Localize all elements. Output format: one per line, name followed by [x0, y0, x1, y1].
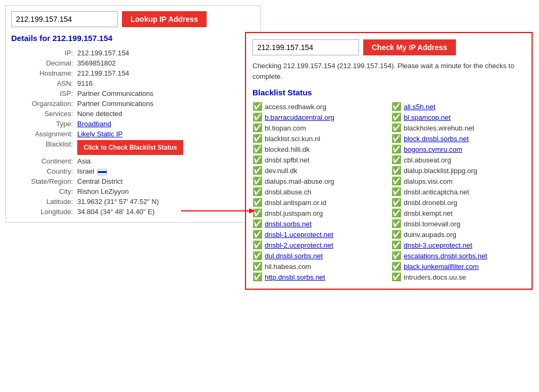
- table-row: Assignment: Likely Static IP: [11, 129, 255, 139]
- bl-item-text: dialups.visi.com: [404, 177, 453, 185]
- bl-item-text: access.redhawk.org: [265, 103, 326, 111]
- bl-item-link[interactable]: dnsbl-2.uceprotect.net: [265, 241, 333, 249]
- blacklist-cell: Click to Check Blacklist Status: [75, 139, 255, 156]
- bl-item-link[interactable]: dnsbl.sorbs.net: [265, 220, 312, 228]
- bl-item-text: blackholes.wirehub.net: [404, 124, 474, 132]
- list-item: ✅ bl.tiopan.com: [252, 123, 386, 133]
- field-label: Continent:: [11, 156, 75, 166]
- arrow: [181, 205, 250, 213]
- table-row: Decimal: 3569851802: [11, 58, 255, 68]
- ip-input-right[interactable]: [252, 39, 359, 55]
- bl-item-text: dnsbl.justspam.org: [265, 209, 323, 217]
- ip-input-left[interactable]: [11, 11, 118, 27]
- table-row: Services: None detected: [11, 109, 255, 119]
- bl-item-link[interactable]: dnsbl-3.uceprotect.net: [404, 241, 472, 249]
- list-item: ✅ dul.dnsbl.sorbs.net: [252, 250, 386, 261]
- list-item: ✅ dnsbl-3.uceprotect.net: [391, 240, 525, 250]
- list-item: ✅ all.s5h.net: [391, 101, 525, 112]
- check-icon: ✅: [391, 251, 402, 260]
- list-item: ✅ dnsbl.dronebl.org: [391, 197, 525, 208]
- field-value: Broadband: [75, 119, 255, 129]
- bl-item-link[interactable]: b.barracudacentral.org: [265, 113, 334, 121]
- field-label: ISP:: [11, 88, 75, 99]
- bl-item-text: dialups.mail-abuse.org: [265, 177, 334, 185]
- bl-item-text: dnsbl.tornevall.org: [404, 220, 460, 228]
- check-icon: ✅: [252, 176, 263, 186]
- list-item: ✅ dnsbl.spfbl.net: [252, 154, 386, 165]
- bl-item-text: blacklist.sci.kun.nl: [265, 135, 320, 143]
- bl-item-link[interactable]: all.s5h.net: [404, 103, 435, 111]
- check-icon: ✅: [391, 155, 402, 165]
- table-row: Continent: Asia: [11, 156, 255, 166]
- bl-item-text: dnsbl.kempt.net: [404, 209, 453, 217]
- table-row: Country: Israel: [11, 166, 255, 176]
- bl-item-text: dev.null.dk: [265, 167, 297, 175]
- bl-item-link[interactable]: escalations.dnsbl.sorbs.net: [404, 252, 487, 260]
- table-row: IP: 212.199.157.154: [11, 48, 255, 58]
- left-panel: Lookup IP Address Details for 212.199.15…: [5, 5, 261, 223]
- check-icon: ✅: [252, 112, 263, 122]
- check-icon: ✅: [391, 240, 402, 250]
- lookup-button[interactable]: Lookup IP Address: [122, 11, 207, 27]
- bl-item-link[interactable]: dul.dnsbl.sorbs.net: [265, 252, 323, 260]
- field-value: 9116: [75, 78, 255, 88]
- check-icon: ✅: [391, 123, 402, 133]
- bl-item-link[interactable]: block.dnsbl.sorbs.net: [404, 135, 469, 143]
- field-label: Organization:: [11, 99, 75, 109]
- israel-flag-icon: [97, 169, 107, 175]
- check-icon: ✅: [252, 240, 263, 250]
- table-row: Organization: Partner Communications: [11, 99, 255, 109]
- field-value: 212.199.157.154: [75, 68, 255, 78]
- bl-item-text: hil.habeas.com: [265, 263, 311, 271]
- bl-item-text: dnsbl.dronebl.org: [404, 199, 457, 207]
- bl-item-text: cbl.abuseat.org: [404, 156, 451, 164]
- bl-item-text: bl.tiopan.com: [265, 124, 306, 132]
- field-label: IP:: [11, 48, 75, 58]
- list-item: ✅ duinv.aupads.org: [391, 229, 525, 240]
- bl-item-link[interactable]: black.junkemailfilter.com: [404, 263, 479, 271]
- check-icon: ✅: [391, 272, 402, 282]
- list-item: ✅ blocked.hilli.dk: [252, 144, 386, 154]
- field-value: None detected: [75, 109, 255, 119]
- check-icon: ✅: [252, 134, 263, 143]
- list-item: ✅ blackholes.wirehub.net: [391, 123, 525, 133]
- field-label: Latitude:: [11, 197, 75, 207]
- bl-item-link[interactable]: bogons.cymru.com: [404, 145, 462, 153]
- check-icon: ✅: [391, 262, 402, 271]
- field-label: ASN:: [11, 78, 75, 88]
- list-item: ✅ dnsbl-2.uceprotect.net: [252, 240, 386, 250]
- check-icon: ✅: [391, 166, 402, 175]
- list-item: ✅ dev.null.dk: [252, 165, 386, 176]
- check-icon: ✅: [391, 144, 402, 154]
- field-value: Asia: [75, 156, 255, 166]
- check-icon: ✅: [391, 176, 402, 186]
- field-value: 212.199.157.154: [75, 48, 255, 58]
- field-value: 3569851802: [75, 58, 255, 68]
- list-item: ✅ dnsbl.anticaptcha.net: [391, 186, 525, 197]
- type-link[interactable]: Broadband: [77, 120, 111, 128]
- field-label: Longitude:: [11, 207, 75, 217]
- bl-item-link[interactable]: http.dnsbl.sorbs.net: [265, 273, 325, 281]
- check-ip-button[interactable]: Check My IP Address: [363, 39, 456, 55]
- blacklist-grid: ✅ access.redhawk.org ✅ b.barracudacentra…: [252, 101, 525, 282]
- blacklist-check-button[interactable]: Click to Check Blacklist Status: [77, 140, 183, 155]
- check-icon: ✅: [252, 123, 263, 133]
- bl-item-text: dnsbl.spfbl.net: [265, 156, 309, 164]
- check-icon: ✅: [252, 198, 263, 207]
- bl-item-text: dnsbl.antispam.or.id: [265, 199, 326, 207]
- field-label: State/Region:: [11, 176, 75, 186]
- bl-item-text: intruders.docs.uu.se: [404, 273, 466, 281]
- list-item: ✅ dnsbl.tornevall.org: [391, 218, 525, 229]
- field-label: Assignment:: [11, 129, 75, 139]
- bl-item-link[interactable]: dnsbl-1.uceprotect.net: [265, 231, 333, 239]
- list-item: ✅ b.barracudacentral.org: [252, 112, 386, 123]
- bl-item-text: blocked.hilli.dk: [265, 145, 310, 153]
- table-row: Blacklist: Click to Check Blacklist Stat…: [11, 139, 255, 156]
- bl-item-link[interactable]: bl.spamcop.net: [404, 113, 451, 121]
- list-item: ✅ http.dnsbl.sorbs.net: [252, 272, 386, 282]
- field-value: Likely Static IP: [75, 129, 255, 139]
- assignment-link[interactable]: Likely Static IP: [77, 130, 123, 138]
- check-icon: ✅: [252, 187, 263, 197]
- list-item: ✅ escalations.dnsbl.sorbs.net: [391, 250, 525, 261]
- check-icon: ✅: [252, 230, 263, 239]
